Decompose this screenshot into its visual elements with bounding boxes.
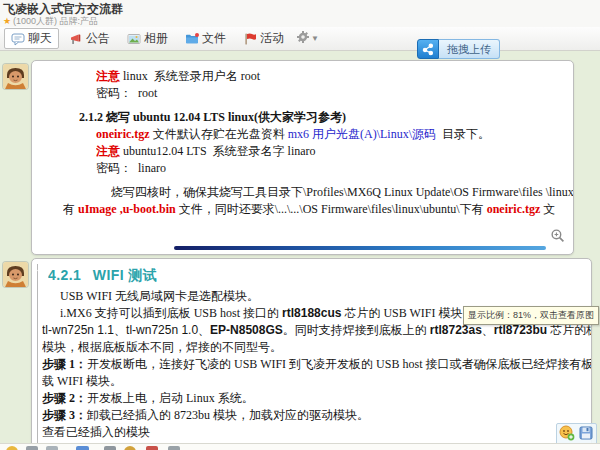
message-image-2[interactable]: 4.2.1 WIFI 测试USB WIFI 无线局域网卡是选配模块。i.MX6 … xyxy=(31,258,592,450)
input-toolbar-icon[interactable] xyxy=(46,446,58,450)
document-image-content: 注意 linux 系统登录用户名 root密码： root2.1.2 烧写 ub… xyxy=(32,61,573,218)
chevron-down-icon: ▼ xyxy=(311,34,319,43)
input-toolbar-icon[interactable] xyxy=(104,446,116,450)
tab-activity-label: 活动 xyxy=(260,30,284,47)
doc-line: 注意 ubuntu12.04 LTS 系统登录名字 linaro xyxy=(96,143,573,160)
doc-line: 4.2.1 WIFI 测试 xyxy=(48,266,591,285)
gear-icon xyxy=(296,30,310,48)
input-toolbar-icon[interactable] xyxy=(76,446,89,450)
share-nodes-icon xyxy=(417,39,439,59)
folder-icon xyxy=(185,32,199,46)
message-image-1[interactable]: 注意 linux 系统登录用户名 root密码： root2.1.2 烧写 ub… xyxy=(31,60,574,255)
tab-announcement[interactable]: 公告 xyxy=(62,28,117,49)
sender-avatar[interactable] xyxy=(3,262,28,287)
doc-line: 注意 linux 系统登录用户名 root xyxy=(96,68,573,85)
tab-files-label: 文件 xyxy=(202,30,226,47)
star-icon: ★ xyxy=(3,17,11,26)
input-toolbar-icon[interactable] xyxy=(26,446,38,450)
input-toolbar-icon[interactable] xyxy=(6,446,18,450)
doc-line: USB WIFI 无线局域网卡是选配模块。 xyxy=(60,288,591,305)
document-image-content: 4.2.1 WIFI 测试USB WIFI 无线局域网卡是选配模块。i.MX6 … xyxy=(32,259,591,441)
tab-chat-label: 聊天 xyxy=(28,30,52,47)
doc-line: 步骤 2：开发板上电，启动 Linux 系统。 xyxy=(42,390,591,407)
doc-line: 步骤 3：卸载已经插入的 8723bu 模块，加载对应的驱动模块。 xyxy=(42,407,591,424)
drag-upload-label: 拖拽上传 xyxy=(439,39,500,59)
doc-line: 有 uImage ,u-boot.bin 文件，同时还要求\...\...\OS… xyxy=(63,201,573,218)
doc-line: 步骤 1：开发板断电，连接好飞凌的 USB WIFI 到飞凌开发板的 USB h… xyxy=(42,356,591,373)
doc-line: 烧写四核时，确保其烧写工具目录下\Profiles\MX6Q Linux Upd… xyxy=(111,184,573,201)
photo-album-icon xyxy=(127,32,141,46)
chat-message-area: 注意 linux 系统登录用户名 root密码： root2.1.2 烧写 ub… xyxy=(0,50,600,450)
toolbar: 聊天 公告 相册 文件 活动 xyxy=(0,27,600,51)
zoom-in-magnifier-icon[interactable] xyxy=(550,228,565,243)
tab-photo-album[interactable]: 相册 xyxy=(120,28,175,49)
save-disk-icon[interactable] xyxy=(578,425,594,445)
add-emoticon-icon[interactable] xyxy=(559,425,575,445)
qq-group-chat-window: 飞凌嵌入式官方交流群 ★ (1000人群) 品牌:产品 聊天 公告 相册 xyxy=(0,0,600,450)
window-header: 飞凌嵌入式官方交流群 ★ (1000人群) 品牌:产品 xyxy=(0,0,600,27)
input-toolbar-icon[interactable] xyxy=(146,446,158,450)
document-page-border xyxy=(37,264,38,450)
tab-activity[interactable]: 活动 xyxy=(236,28,291,49)
tab-chat[interactable]: 聊天 xyxy=(4,28,59,49)
doc-line: 载 WIFI 模块。 xyxy=(42,373,591,390)
doc-line: 密码： linaro xyxy=(96,160,573,177)
chat-bubble-icon xyxy=(11,32,25,46)
tab-photo-album-label: 相册 xyxy=(144,30,168,47)
flag-icon xyxy=(243,32,257,46)
doc-line: 查看已经插入的模块 xyxy=(42,424,591,441)
group-settings-button[interactable]: ▼ xyxy=(296,30,319,48)
input-toolbar-icon[interactable] xyxy=(124,446,136,450)
sender-avatar[interactable] xyxy=(3,64,28,89)
doc-line: oneiric.tgz 文件默认存贮在光盘资料 mx6 用户光盘(A)\Linu… xyxy=(96,126,573,143)
image-scale-tooltip: 显示比例：81%，双击查看原图 xyxy=(463,306,599,325)
document-footer-rule xyxy=(174,246,546,250)
tab-announcement-label: 公告 xyxy=(86,30,110,47)
doc-line: 2.1.2 烧写 ubuntu 12.04 LTS linux(供大家学习参考) xyxy=(79,109,573,126)
input-toolbar-icon[interactable] xyxy=(168,446,180,450)
drag-upload-button[interactable]: 拖拽上传 xyxy=(417,39,500,59)
doc-line: 密码： root xyxy=(96,85,573,102)
input-toolbar xyxy=(0,443,600,450)
megaphone-icon xyxy=(69,32,83,46)
tab-files[interactable]: 文件 xyxy=(178,28,233,49)
doc-line: 模块，根据底板版本不同，焊接的不同型号。 xyxy=(42,339,591,356)
